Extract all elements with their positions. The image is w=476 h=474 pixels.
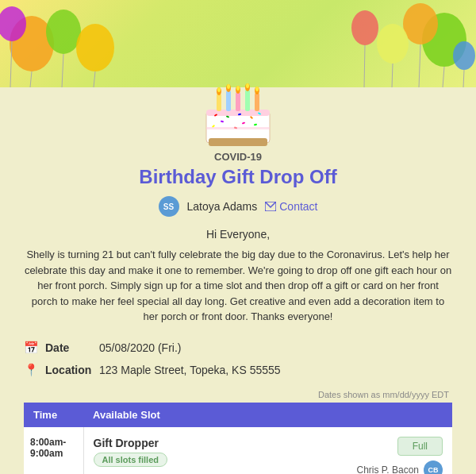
svg-rect-30 [206,127,270,129]
contact-link[interactable]: Contact [265,200,317,213]
table-header-row: Time Available Slot [24,403,452,427]
time-cell: 8:00am-9:00am [24,427,83,475]
location-row: 📍 Location 123 Maple Street, Topeka, KS … [24,363,452,377]
svg-point-16 [351,10,378,45]
assignee-row: Chris P. Bacon CB [357,461,443,475]
date-label: Date [45,341,93,354]
svg-rect-35 [245,90,250,111]
greeting-text: Hi Everyone, [24,228,452,241]
svg-rect-32 [217,94,221,111]
slot-cell: Gift Dropper All slots filled Full Chris… [83,427,452,475]
main-content: COVID-19 Birthday Gift Drop Off SS Latoy… [0,151,476,474]
date-row: 📅 Date 05/08/2020 (Fri.) [24,341,452,355]
svg-point-2 [46,10,81,54]
svg-point-42 [236,86,240,91]
calendar-icon: 📅 [24,341,39,355]
svg-point-38 [217,87,221,92]
event-details: 📅 Date 05/08/2020 (Fri.) 📍 Location 123 … [24,341,452,377]
table-row: 8:00am-9:00am Gift Dropper All slots fil… [24,427,452,475]
svg-point-10 [403,3,438,44]
mail-icon [265,202,276,211]
svg-point-40 [227,84,230,89]
organizer-name: Latoya Adams [187,200,258,213]
timezone-note: Dates shown as mm/dd/yyyy EDT [24,390,452,399]
contact-label: Contact [279,200,317,213]
svg-rect-31 [209,138,267,146]
covid-label: COVID-19 [24,151,452,163]
slot-left: Gift Dropper All slots filled [94,437,168,467]
date-value: 05/08/2020 (Fri.) [99,341,182,354]
organizer-avatar: SS [159,196,179,217]
location-value: 123 Maple Street, Topeka, KS 55555 [99,364,281,376]
cake-image [0,56,476,151]
svg-rect-34 [236,92,240,111]
col-header-time: Time [24,403,83,427]
location-icon: 📍 [24,363,39,377]
col-header-slot: Available Slot [83,403,452,427]
svg-point-44 [246,83,249,88]
location-label: Location [45,364,93,376]
full-button[interactable]: Full [397,437,443,456]
svg-rect-33 [226,91,231,111]
description-text: Shelly is turning 21 but can't fully cel… [24,247,452,325]
slots-filled-badge: All slots filled [94,453,168,467]
svg-point-46 [255,87,259,91]
assignee-avatar: CB [424,461,443,475]
cake-svg [194,56,282,151]
event-title: Birthday Gift Drop Off [24,166,452,188]
slot-row-inner: Gift Dropper All slots filled Full Chris… [94,437,443,475]
assignee-name: Chris P. Bacon [357,464,420,475]
svg-rect-36 [255,93,259,111]
organizer-row: SS Latoya Adams Contact [24,196,452,217]
slot-title: Gift Dropper [94,437,168,449]
schedule-table: Time Available Slot 8:00am-9:00am Gift D… [24,403,452,475]
slot-right: Full Chris P. Bacon CB [347,437,443,475]
